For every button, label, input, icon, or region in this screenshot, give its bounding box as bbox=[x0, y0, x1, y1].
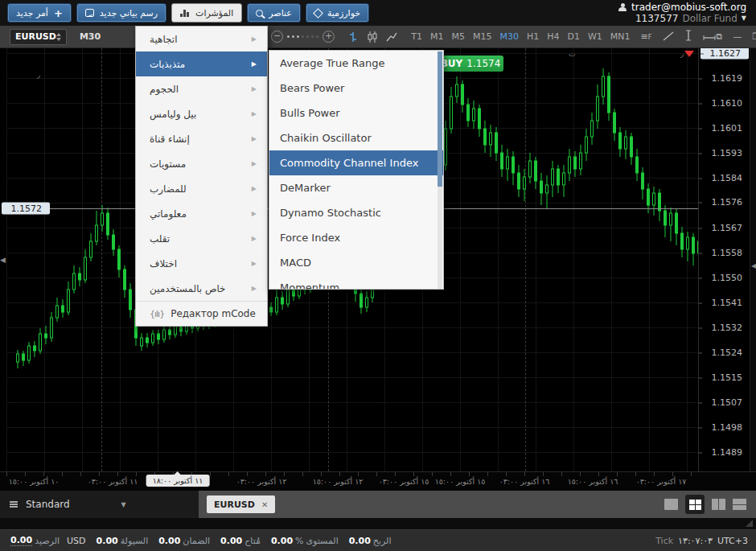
indicators-menu-item[interactable]: خاص بالمستخدمين ▶ bbox=[136, 276, 267, 301]
tick-clock: Tick ١٣:٠٧:٠٣ UTC+3 bbox=[655, 536, 756, 546]
elements-label: عناصر bbox=[269, 8, 292, 19]
left-panel-collapse-icon[interactable]: ◀ bbox=[0, 256, 6, 264]
timeframe-button[interactable]: H4 bbox=[544, 30, 561, 43]
bar-chart-type-icon[interactable] bbox=[347, 31, 359, 43]
elements-icon bbox=[256, 10, 263, 17]
timeframe-button[interactable]: W1 bbox=[585, 30, 605, 43]
bottom-panel: Standard ▼ EURUSD ✕ bbox=[0, 491, 756, 518]
time-axis-label: ١٥ أكتوبر ١٥:٠٠ bbox=[435, 477, 486, 486]
window-control-button[interactable]: ❐ bbox=[752, 32, 756, 41]
indicators-menu-item[interactable]: معلوماتي ▶ bbox=[136, 201, 267, 226]
oscillator-menu-item[interactable]: Dynamo Stochastic bbox=[269, 200, 443, 225]
layout-grid-icon[interactable] bbox=[685, 495, 705, 514]
window-control-button[interactable]: ⧉ bbox=[716, 32, 722, 41]
layout-preset-selector[interactable]: Standard ▼ bbox=[0, 491, 199, 518]
indicators-menu-item[interactable]: إنشاء قناة ▶ bbox=[136, 126, 267, 151]
indicators-button[interactable]: المؤشرات bbox=[171, 3, 242, 23]
indicators-menu-item[interactable]: متذبذبات ▶ bbox=[136, 51, 267, 76]
tick-label: Tick bbox=[655, 536, 673, 546]
oscillator-menu-item[interactable]: MACD bbox=[269, 250, 443, 275]
oscillator-menu-item[interactable]: DeMarker bbox=[269, 175, 443, 200]
time-axis-label: ١٦ أكتوبر ٠٣:٠٠ bbox=[499, 477, 550, 486]
indicators-menu-item[interactable]: للمضارب ▶ bbox=[136, 176, 267, 201]
elements-button[interactable]: عناصر bbox=[247, 3, 301, 23]
right-scroll-column[interactable]: ◀ bbox=[750, 48, 756, 471]
new-chart-button[interactable]: رسم بياني جديد bbox=[76, 3, 166, 23]
timeframe-button[interactable]: M5 bbox=[449, 30, 467, 43]
vertical-scale-icon[interactable] bbox=[685, 29, 692, 44]
chart-tab-eurusd[interactable]: EURUSD ✕ bbox=[207, 495, 275, 513]
account-email: trader@mobius-soft.org bbox=[631, 2, 746, 13]
timeframe-button[interactable]: M15 bbox=[470, 30, 495, 43]
oscillator-menu-item[interactable]: Chaikin Oscillator bbox=[269, 125, 443, 150]
layout-single-icon[interactable] bbox=[664, 499, 678, 510]
indicators-menu-item[interactable]: تقلب ▶ bbox=[136, 226, 267, 251]
candlestick-type-icon[interactable] bbox=[367, 31, 378, 43]
account-widget[interactable]: trader@mobius-soft.org 1137577 Dollar Fu… bbox=[618, 2, 751, 24]
oscillator-menu-item[interactable]: Force Index bbox=[269, 225, 443, 250]
layout-switcher bbox=[664, 495, 756, 514]
zoom-scale-indicator[interactable] bbox=[287, 35, 318, 38]
line-chart-type-icon[interactable] bbox=[386, 31, 397, 43]
submenu-arrow-icon: ▶ bbox=[252, 60, 257, 68]
indicators-menu-item[interactable]: اختلاف ▶ bbox=[136, 251, 267, 276]
scale-collapse-icon[interactable]: ◀ bbox=[751, 262, 756, 269]
menu-icon bbox=[10, 501, 18, 508]
price-tick: 1.1576 bbox=[699, 197, 750, 208]
tick-time: ١٣:٠٧:٠٣ bbox=[678, 536, 713, 546]
timeframe-button[interactable]: M30 bbox=[497, 30, 521, 43]
price-scale[interactable]: 1.16271.16191.16101.16011.15931.15841.15… bbox=[698, 48, 750, 471]
indicators-menu-item[interactable]: الحجوم ▶ bbox=[136, 76, 267, 101]
zoom-in-button[interactable]: + bbox=[323, 31, 335, 43]
timeframe-button[interactable]: D1 bbox=[565, 30, 581, 43]
indicators-menu-item[interactable]: اتجاهية ▶ bbox=[136, 27, 267, 51]
trading-terminal: أمر جديد + رسم بياني جديد المؤشرات عناصر… bbox=[0, 0, 756, 551]
indicators-menu-item[interactable]: مستويات ▶ bbox=[136, 151, 267, 176]
indicators-menu-item[interactable]: بيل وليامس ▶ bbox=[136, 101, 267, 126]
timeframe-button[interactable]: MN1 bbox=[608, 30, 633, 43]
time-axis[interactable]: ١٠ أكتوبر ١٥:٠٠١١ أكتوبر ٠٣:٠٠١١ أكتوبر … bbox=[0, 471, 756, 491]
status-stat: 0.00%المستوى bbox=[271, 535, 339, 546]
timeframe-button[interactable]: H1 bbox=[524, 30, 541, 43]
algorithm-button[interactable]: خوارزمية bbox=[306, 3, 369, 23]
submenu-arrow-icon: ▶ bbox=[252, 110, 257, 117]
timeframe-switcher: T1M1M5M15M30H1H4D1W1MN1 bbox=[409, 30, 632, 43]
chevron-down-icon: ▼ bbox=[742, 13, 746, 24]
price-tick: 1.1498 bbox=[699, 422, 750, 433]
new-order-button[interactable]: أمر جديد + bbox=[7, 3, 72, 23]
indicators-menu-item[interactable]: {ılı}Редактор mCode bbox=[136, 301, 267, 326]
zoom-out-button[interactable]: − bbox=[271, 31, 283, 43]
account-fund: Dollar Fund bbox=[682, 13, 737, 24]
status-bar: 0.00الرصيدUSD 0.00السيولة 0.00الضمان 0.0… bbox=[0, 529, 756, 551]
horizontal-scale-icon[interactable] bbox=[703, 29, 716, 44]
time-axis-label: ١٢ أكتوبر ١٥:٠٠ bbox=[313, 477, 364, 486]
price-tick: 1.1593 bbox=[699, 148, 750, 158]
chart-tabs: EURUSD ✕ bbox=[199, 495, 275, 513]
layout-rows-icon[interactable] bbox=[733, 499, 746, 510]
layout-columns-icon[interactable] bbox=[712, 499, 725, 510]
submenu-arrow-icon: ▶ bbox=[252, 85, 257, 93]
drawing-tools: ≡F bbox=[641, 29, 717, 44]
symbol-spinner-icon[interactable] bbox=[56, 33, 61, 41]
timeframe-button[interactable]: M1 bbox=[428, 30, 446, 43]
window-control-button[interactable]: — bbox=[733, 32, 742, 41]
submenu-scrollbar-thumb[interactable] bbox=[438, 51, 442, 187]
symbol-selector[interactable]: EURUSD bbox=[10, 29, 67, 45]
timeframe-button[interactable]: T1 bbox=[409, 30, 425, 43]
day-mark-label: ر bbox=[37, 71, 40, 79]
close-tab-icon[interactable]: ✕ bbox=[261, 500, 268, 509]
price-tick: 1.1627 bbox=[701, 48, 749, 60]
submenu-scrollbar[interactable] bbox=[438, 51, 442, 290]
indicator-list-icon[interactable]: ≡F bbox=[641, 31, 652, 42]
oscillator-menu-item[interactable]: Average True Range bbox=[269, 51, 443, 76]
oscillator-menu-item[interactable]: Commodity Channel Index bbox=[269, 150, 443, 175]
trendline-tool-icon[interactable] bbox=[663, 29, 674, 44]
resize-grip[interactable] bbox=[746, 520, 753, 527]
price-tick: 1.1558 bbox=[699, 248, 750, 258]
high-marker-icon bbox=[684, 51, 694, 57]
oscillator-menu-item[interactable]: Momentum bbox=[269, 275, 443, 290]
oscillator-menu-item[interactable]: Bears Power bbox=[269, 76, 443, 101]
buy-price-badge[interactable]: BUY 1.1574 bbox=[438, 56, 503, 72]
oscillator-menu-item[interactable]: Bulls Power bbox=[269, 101, 443, 125]
buy-price: 1.1574 bbox=[466, 58, 500, 69]
